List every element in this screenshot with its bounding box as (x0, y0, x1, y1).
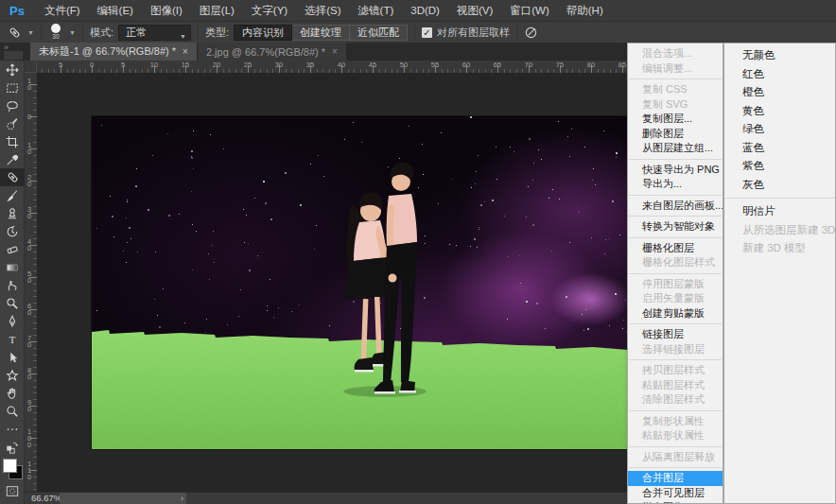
menu-3D[interactable]: 3D(D) (402, 5, 448, 16)
mode-value: 正常 (126, 26, 147, 38)
lasso-tool[interactable] (0, 96, 25, 114)
document-tabs: 未标题-1 @ 66.7%(RGB/8#) *×2.jpg @ 66.7%(RG… (30, 43, 346, 61)
document-canvas[interactable] (92, 116, 628, 449)
submenu-item[interactable]: 蓝色 (724, 139, 835, 158)
move-tool[interactable] (0, 61, 25, 78)
type-button[interactable]: 创建纹理 (292, 25, 350, 41)
eraser-tool[interactable] (0, 240, 25, 258)
zoom-level[interactable]: 66.67% (31, 493, 61, 504)
menu-编辑[interactable]: 编辑(E) (89, 5, 142, 16)
submenu-item[interactable]: 红色 (724, 65, 835, 84)
menu-separator (629, 273, 722, 274)
context-menu-item[interactable]: 复制图层... (628, 112, 723, 127)
default-swap-colors[interactable] (0, 438, 25, 456)
sample-all-layers-checkbox[interactable]: ✓ (422, 27, 432, 38)
photoshop-window: Ps 文件(F)编辑(E)图像(I)图层(L)文字(Y)选择(S)滤镜(T)3D… (0, 0, 836, 504)
pen-pressure-icon[interactable] (524, 26, 538, 40)
healing-brush-preset-icon[interactable] (8, 26, 22, 40)
custom-shape-tool[interactable] (0, 366, 25, 384)
scroll-right-chevron-icon[interactable]: › (181, 493, 183, 504)
context-menu-item[interactable]: 来自图层的画板... (628, 199, 723, 214)
context-menu-item: 从隔离图层释放 (628, 450, 723, 465)
context-menu-item[interactable]: 删除图层 (628, 127, 723, 142)
type-button[interactable]: 内容识别 (234, 25, 292, 41)
context-menu-item: 清除图层样式 (628, 392, 723, 408)
tool-list: T (0, 61, 24, 456)
menu-文字[interactable]: 文字(Y) (243, 5, 296, 16)
quick-mask-button[interactable] (0, 482, 25, 500)
context-menu-item[interactable]: 创建剪贴蒙版 (628, 306, 723, 322)
mode-dropdown[interactable]: 正常 ▼ (118, 25, 191, 41)
submenu-item[interactable]: 橙色 (724, 83, 835, 102)
ruler-mark: 5 (59, 61, 62, 69)
hand-tool[interactable] (0, 384, 25, 402)
submenu-item[interactable]: 紫色 (724, 157, 835, 176)
crop-tool[interactable] (0, 132, 25, 150)
brush-caret-icon[interactable]: ▼ (69, 29, 76, 36)
crop-icon (6, 135, 19, 148)
layer-context-menu: 混合选项...编辑调整...复制 CSS复制 SVG复制图层...删除图层从图层… (627, 43, 723, 504)
gradient-tool[interactable] (0, 258, 25, 276)
menu-图像[interactable]: 图像(I) (142, 5, 191, 16)
path-selection-tool[interactable] (0, 348, 25, 366)
dodge-tool[interactable] (0, 294, 25, 312)
submenu-item[interactable]: 绿色 (724, 120, 835, 139)
divider (41, 25, 42, 41)
type-tool[interactable]: T (0, 330, 25, 348)
ellipsis-icon (6, 423, 19, 436)
submenu-item[interactable]: 灰色 (724, 176, 835, 195)
horizontal-scrollbar[interactable]: › (60, 493, 186, 504)
menu-窗口[interactable]: 窗口(W) (501, 5, 558, 16)
type-button-group: 内容识别创建纹理近似匹配 (234, 25, 408, 41)
history-brush-tool[interactable] (0, 222, 25, 240)
context-menu-item[interactable]: 拼合图像 (628, 500, 723, 504)
color-swatches[interactable] (0, 458, 25, 482)
context-menu-item[interactable]: 从图层建立组... (628, 141, 723, 156)
ruler-mark: 1 0 (26, 142, 33, 155)
context-menu-item[interactable]: 合并图层 (628, 471, 723, 486)
sample-all-layers-label: 对所有图层取样 (437, 26, 510, 40)
context-menu-item[interactable]: 快速导出为 PNG (628, 163, 723, 178)
path-select-icon (6, 351, 19, 364)
spot-healing-brush-tool[interactable] (0, 168, 25, 186)
edit-toolbar[interactable] (0, 420, 25, 438)
context-menu-item[interactable]: 合并可见图层 (628, 486, 723, 501)
close-icon[interactable]: × (183, 46, 188, 57)
context-menu-item[interactable]: 链接图层 (628, 327, 723, 342)
pen-tool[interactable] (0, 312, 25, 330)
submenu-item[interactable]: 无颜色 (724, 46, 835, 65)
menu-separator (629, 216, 722, 217)
context-menu-item: 粘贴图层样式 (628, 378, 723, 393)
type-button[interactable]: 近似匹配 (350, 25, 408, 41)
document-tab[interactable]: 2.jpg @ 66.7%(RGB/8#) *× (198, 43, 346, 61)
submenu-item[interactable]: 明信片 (724, 202, 835, 221)
menu-帮助[interactable]: 帮助(H) (558, 5, 612, 16)
brush-size-picker[interactable]: 30 (48, 24, 63, 41)
rectangular-marquee-tool[interactable] (0, 78, 25, 96)
menu-选择[interactable]: 选择(S) (296, 5, 349, 16)
smudge-tool[interactable] (0, 276, 25, 294)
close-icon[interactable]: × (332, 46, 338, 57)
eyedropper-tool[interactable] (0, 150, 25, 168)
foreground-color-swatch[interactable] (3, 459, 17, 473)
ruler-mark: 1 0 0 (26, 428, 33, 448)
preset-caret-icon[interactable]: ▼ (27, 29, 34, 36)
document-tab[interactable]: 未标题-1 @ 66.7%(RGB/8#) *× (30, 43, 197, 61)
mode-label: 模式: (90, 26, 113, 40)
quick-select-icon (6, 117, 19, 130)
menu-文件[interactable]: 文件(F) (36, 5, 89, 16)
eraser-icon (6, 243, 19, 256)
clone-stamp-tool[interactable] (0, 204, 25, 222)
submenu-item[interactable]: 黄色 (724, 102, 835, 121)
quick-selection-tool[interactable] (0, 114, 25, 132)
menu-视图[interactable]: 视图(V) (448, 5, 501, 16)
context-menu-item[interactable]: 导出为... (628, 177, 723, 192)
context-menu-item[interactable]: 转换为智能对象 (628, 219, 723, 235)
brush-tool[interactable] (0, 186, 25, 204)
menu-图层[interactable]: 图层(L) (191, 5, 243, 16)
zoom-tool[interactable] (0, 402, 25, 420)
ruler-corner (25, 61, 37, 73)
menu-separator (629, 237, 722, 238)
context-menu-item[interactable]: 栅格化图层 (628, 241, 723, 256)
menu-滤镜[interactable]: 滤镜(T) (350, 5, 403, 16)
